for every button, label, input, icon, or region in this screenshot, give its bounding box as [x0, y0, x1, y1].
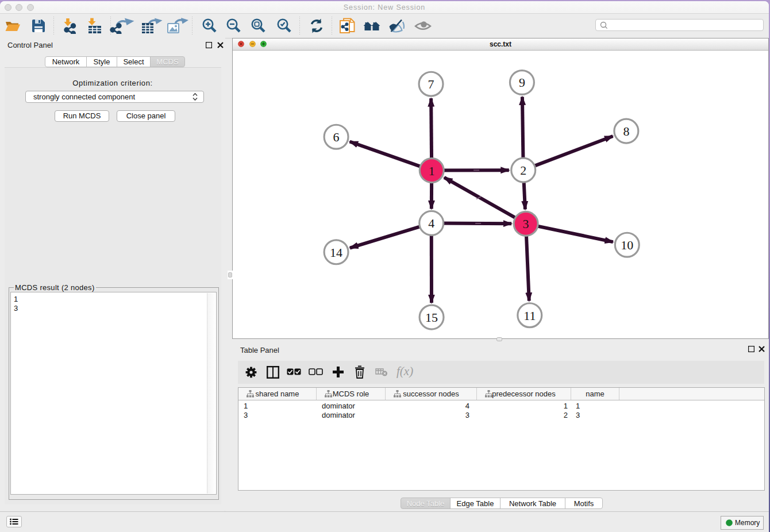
svg-text:1: 1 [429, 164, 435, 178]
svg-text:15: 15 [425, 310, 438, 325]
svg-text:6: 6 [333, 130, 340, 144]
svg-text:14: 14 [330, 245, 342, 260]
svg-text:9: 9 [519, 75, 525, 90]
svg-text:10: 10 [621, 238, 633, 252]
svg-text:4: 4 [428, 216, 434, 230]
svg-text:11: 11 [523, 309, 536, 323]
svg-text:7: 7 [428, 77, 434, 91]
svg-text:2: 2 [520, 163, 526, 178]
svg-text:3: 3 [523, 217, 529, 231]
svg-text:8: 8 [623, 124, 629, 138]
